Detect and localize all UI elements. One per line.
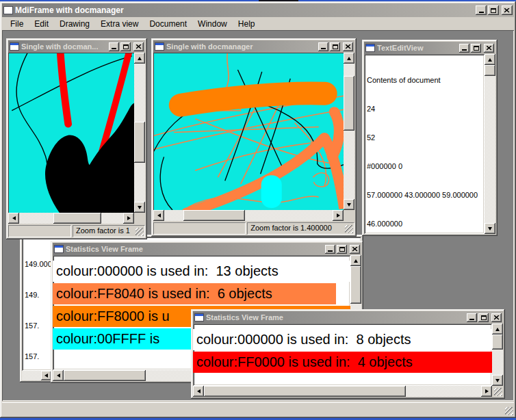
horizontal-scrollbar[interactable] <box>153 210 344 221</box>
menu-help[interactable]: Help <box>233 18 261 30</box>
stat-row: colour:000000 is used in: 8 objects <box>193 329 492 350</box>
resize-grip-icon[interactable] <box>136 228 144 236</box>
menu-window[interactable]: Window <box>192 18 233 30</box>
minimize-icon[interactable] <box>459 44 469 53</box>
mdi-client-area: 149.000000 149.000000 149. 157. 157. 162… <box>2 30 514 401</box>
arrow-left-icon[interactable] <box>153 210 164 221</box>
scrollbar-corner <box>492 386 503 397</box>
arrow-left-icon[interactable] <box>8 213 19 224</box>
scrollbar-thumb[interactable] <box>204 386 406 397</box>
zoom-factor-text: Zoom factor is 1.400000 <box>250 224 332 232</box>
stats2-title: Statistics View Frame <box>206 313 465 321</box>
menu-file[interactable]: File <box>5 18 29 30</box>
document-text-area[interactable]: Contents of document 24 52 #000000 0 57.… <box>364 54 485 234</box>
statistics-window-2: Statistics View Frame colour:000000 is u… <box>191 309 505 399</box>
document-icon <box>54 245 64 253</box>
close-icon[interactable] <box>133 42 144 51</box>
scrollbar-thumb[interactable] <box>183 210 245 221</box>
scrollbar-thumb[interactable] <box>485 65 495 76</box>
main-status-text <box>2 406 5 414</box>
main-window-title: MdiFrame with docmanager <box>15 5 474 15</box>
close-icon[interactable] <box>484 44 494 53</box>
textedit-title: TextEditView <box>377 44 457 52</box>
arrow-left-icon[interactable] <box>41 371 51 380</box>
main-title-bar[interactable]: MdiFrame with docmanager <box>2 3 514 17</box>
text-line: 24 <box>367 104 482 114</box>
stats1-title-bar[interactable]: Statistics View Frame <box>53 243 361 255</box>
minimize-icon[interactable] <box>318 42 328 51</box>
resize-grip-icon[interactable] <box>345 225 353 233</box>
arrow-left-icon[interactable] <box>53 370 64 381</box>
arrow-left-icon[interactable] <box>193 386 204 397</box>
minimize-icon[interactable] <box>476 5 487 15</box>
scrollbar-thumb[interactable] <box>134 122 145 163</box>
drawing1-canvas[interactable] <box>8 53 134 213</box>
drawing1-status-bar: Zoom factor is 1 <box>8 224 145 237</box>
scrollbar-corner <box>134 213 145 224</box>
scrollbar-thumb[interactable] <box>53 213 101 224</box>
maximize-icon[interactable] <box>471 44 481 53</box>
minimize-icon[interactable] <box>467 313 477 322</box>
stats1-title: Statistics View Frame <box>66 245 323 253</box>
main-status-bar <box>2 402 514 416</box>
stats2-title-bar[interactable]: Statistics View Frame <box>193 311 503 324</box>
menu-document[interactable]: Document <box>144 18 192 30</box>
maximize-icon[interactable] <box>488 5 499 15</box>
scrollbar-thumb[interactable] <box>350 266 361 304</box>
scrollbar-thumb[interactable] <box>492 334 503 350</box>
menu-bar: File Edit Drawing Extra view Document Wi… <box>2 17 514 30</box>
stat-row: colour:FF8040 is used in: 6 objects <box>53 283 336 304</box>
menu-extra-view[interactable]: Extra view <box>95 18 144 30</box>
scrollbar-corner <box>344 210 354 221</box>
arrow-down-icon[interactable] <box>134 202 145 213</box>
arrow-up-icon[interactable] <box>344 53 354 64</box>
drawing2-title-bar[interactable]: Single with docmanager <box>153 40 354 53</box>
maximize-icon[interactable] <box>337 245 347 254</box>
drawing2-title: Single with docmanager <box>166 42 316 51</box>
resize-grip-icon[interactable] <box>494 388 502 396</box>
horizontal-scrollbar[interactable] <box>8 213 134 224</box>
document-icon <box>10 42 19 51</box>
arrow-down-icon[interactable] <box>492 375 503 386</box>
vertical-scrollbar[interactable] <box>485 54 495 234</box>
text-line: 46.000000 <box>367 219 482 228</box>
minimize-icon[interactable] <box>325 245 335 254</box>
textedit-title-bar[interactable]: TextEditView <box>364 42 495 54</box>
horizontal-scrollbar[interactable] <box>193 386 492 397</box>
maximize-icon[interactable] <box>330 42 340 51</box>
stats2-view[interactable]: colour:000000 is used in: 8 objects colo… <box>193 324 492 386</box>
maximize-icon[interactable] <box>478 313 489 322</box>
vertical-scrollbar[interactable] <box>492 324 503 386</box>
arrow-up-icon[interactable] <box>485 54 495 65</box>
drawing1-title-bar[interactable]: Single with docman... <box>8 40 145 53</box>
document-icon <box>365 44 375 52</box>
menu-edit[interactable]: Edit <box>29 18 54 30</box>
minimize-icon[interactable] <box>109 42 119 51</box>
scrollbar-thumb[interactable] <box>64 370 146 381</box>
arrow-down-icon[interactable] <box>344 199 354 210</box>
vertical-scrollbar[interactable] <box>134 53 145 213</box>
menu-drawing[interactable]: Drawing <box>54 18 95 30</box>
vertical-scrollbar[interactable] <box>344 53 354 210</box>
zoom-factor-text: Zoom factor is 1 <box>76 226 130 235</box>
arrow-right-icon[interactable] <box>333 210 344 221</box>
scrollbar-thumb[interactable] <box>344 76 354 131</box>
text-line: Contents of document <box>367 75 482 85</box>
arrow-up-icon[interactable] <box>134 53 145 64</box>
arrow-right-icon[interactable] <box>123 213 134 224</box>
resize-grip-icon[interactable] <box>505 407 513 415</box>
arrow-up-icon[interactable] <box>492 324 503 334</box>
maximize-icon[interactable] <box>120 42 131 51</box>
document-icon <box>194 313 204 321</box>
drawing1-title: Single with docman... <box>21 42 107 51</box>
arrow-down-icon[interactable] <box>485 223 495 234</box>
close-icon[interactable] <box>350 245 360 254</box>
drawing2-status-bar: Zoom factor is 1.400000 <box>153 221 354 235</box>
drawing2-canvas[interactable] <box>153 53 344 210</box>
application-icon[interactable] <box>3 6 13 14</box>
arrow-right-icon[interactable] <box>481 386 492 397</box>
close-icon[interactable] <box>491 313 502 322</box>
arrow-up-icon[interactable] <box>350 255 361 266</box>
close-icon[interactable] <box>502 5 513 15</box>
close-icon[interactable] <box>343 42 353 51</box>
